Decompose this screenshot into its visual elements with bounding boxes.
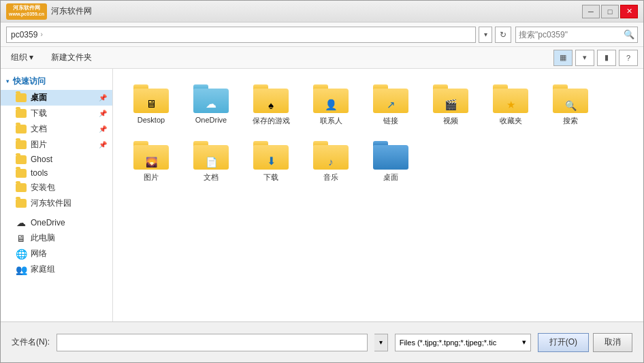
file-item-desktop[interactable]: 🖥 Desktop <box>124 80 178 131</box>
folder-small-icon <box>16 169 27 178</box>
file-item-video[interactable]: 🎬 视频 <box>423 80 478 131</box>
sidebar-pc-label: 此电脑 <box>31 232 55 244</box>
sidebar-item-downloads[interactable]: 下载 📌 <box>1 106 112 121</box>
toolbar-right: ▦ ▾ ▮ ? <box>553 50 638 66</box>
file-label: 下载 <box>263 172 278 183</box>
search-input[interactable] <box>519 30 621 40</box>
folder-small-icon <box>16 199 27 208</box>
action-buttons: 打开(O) 取消 <box>538 333 632 352</box>
close-button[interactable]: ✕ <box>620 5 638 18</box>
pin-icon: 📌 <box>99 110 107 117</box>
sidebar-item-thispc[interactable]: 🖥 此电脑 <box>1 230 112 246</box>
folder-icon-desktop: 🖥 <box>133 84 169 113</box>
sidebar-item-network[interactable]: 🌐 网络 <box>1 246 112 262</box>
file-item-favorites[interactable]: ★ 收藏夹 <box>483 80 538 131</box>
file-label: Desktop <box>138 116 165 124</box>
sidebar-item-homegroup[interactable]: 👥 家庭组 <box>1 262 112 277</box>
search-box[interactable]: 🔍 <box>515 27 638 43</box>
sidebar-item-desktop[interactable]: 桌面 📌 <box>1 90 112 106</box>
folder-icon-downloads: ⬇ <box>253 141 289 170</box>
cancel-button[interactable]: 取消 <box>593 333 632 352</box>
folder-icon-documents: 📄 <box>193 141 229 170</box>
onedrive-icon: ☁ <box>16 217 27 228</box>
minimize-button[interactable]: ─ <box>582 5 600 18</box>
file-item-documents[interactable]: 📄 文档 <box>184 136 238 187</box>
folder-icon-contacts: 👤 <box>313 84 349 113</box>
file-label: 文档 <box>204 172 219 183</box>
quick-access-triangle: ▾ <box>6 78 9 84</box>
help-button[interactable]: ? <box>619 50 638 66</box>
folder-icon-video: 🎬 <box>433 84 468 113</box>
filename-dropdown-button[interactable]: ▾ <box>374 334 388 351</box>
sidebar-item-label: tools <box>31 168 48 178</box>
file-item-desktop2[interactable]: 桌面 <box>364 136 418 187</box>
file-item-pictures[interactable]: 🌄 图片 <box>124 136 178 187</box>
preview-pane-button[interactable]: ▮ <box>597 50 616 66</box>
view-tiles-button[interactable]: ▦ <box>553 50 573 66</box>
toolbar: 组织 ▾ 新建文件夹 ▦ ▾ ▮ ? <box>1 47 643 69</box>
view-dropdown-button[interactable]: ▾ <box>575 50 594 66</box>
open-button[interactable]: 打开(O) <box>538 333 589 352</box>
file-label: 桌面 <box>383 172 398 183</box>
filetype-arrow: ▾ <box>522 338 526 347</box>
filetype-select[interactable]: Files (*.tjpg;*.tpng;*.tjpeg;*.tic ▾ <box>395 334 531 351</box>
search-icon[interactable]: 🔍 <box>624 29 634 40</box>
filename-input[interactable] <box>57 334 368 351</box>
file-item-onedrive[interactable]: ☁ OneDrive <box>184 80 238 131</box>
folder-small-icon <box>16 109 27 118</box>
file-item-contacts[interactable]: 👤 联系人 <box>304 80 358 131</box>
sidebar-item-label: 下载 <box>31 108 47 119</box>
file-item-music[interactable]: ♪ 音乐 <box>304 136 358 187</box>
sidebar-item-label: 图片 <box>31 139 47 151</box>
folder-small-icon <box>16 183 27 192</box>
sidebar-homegroup-label: 家庭组 <box>31 264 55 275</box>
new-folder-button[interactable]: 新建文件夹 <box>46 50 97 65</box>
pin-icon: 📌 <box>99 94 107 101</box>
folder-small-icon <box>16 140 27 149</box>
homegroup-icon: 👥 <box>16 264 27 275</box>
sidebar-item-ghost[interactable]: Ghost <box>1 153 112 166</box>
file-grid: 🖥 Desktop ☁ OneDrive <box>124 80 632 187</box>
file-item-games[interactable]: ♠ 保存的游戏 <box>244 80 298 131</box>
file-label: 搜索 <box>563 116 578 126</box>
sidebar-item-onedrive[interactable]: ☁ OneDrive <box>1 215 112 230</box>
sidebar-item-label: Ghost <box>31 155 52 164</box>
address-bar: pc0359 › ▾ ↻ 🔍 <box>1 22 643 47</box>
path-arrow: › <box>40 31 42 38</box>
file-item-links[interactable]: ↗ 链接 <box>364 80 418 131</box>
file-item-search[interactable]: 🔍 搜索 <box>543 80 598 131</box>
path-text: pc0359 <box>11 30 37 40</box>
sidebar-item-documents[interactable]: 文档 📌 <box>1 121 112 137</box>
folder-icon-search: 🔍 <box>553 84 588 113</box>
title-controls: ─ □ ✕ <box>582 5 638 18</box>
new-folder-label: 新建文件夹 <box>51 52 92 63</box>
file-label: 链接 <box>383 116 398 126</box>
sidebar-item-pictures[interactable]: 图片 📌 <box>1 137 112 153</box>
folder-small-icon <box>16 93 27 102</box>
app-logo: 河东软件网www.pc0359.cn <box>6 3 47 20</box>
file-label: 保存的游戏 <box>253 116 290 126</box>
quick-access-header[interactable]: ▾ 快速访问 <box>1 73 112 90</box>
organize-button[interactable]: 组织 ▾ <box>6 50 38 65</box>
file-label: 视频 <box>443 116 458 126</box>
file-label: OneDrive <box>195 116 227 124</box>
window-title: 河东软件网 <box>51 5 92 17</box>
sidebar-network-label: 网络 <box>31 248 47 259</box>
maximize-button[interactable]: □ <box>601 5 619 18</box>
address-dropdown-button[interactable]: ▾ <box>479 27 492 43</box>
quick-access-label: 快速访问 <box>13 76 46 87</box>
filename-label: 文件名(N): <box>12 336 50 348</box>
refresh-button[interactable]: ↻ <box>495 27 511 43</box>
sidebar: ▾ 快速访问 桌面 📌 下载 📌 文档 📌 图片 📌 <box>1 69 113 321</box>
file-label: 图片 <box>144 172 159 183</box>
sidebar-item-hedong[interactable]: 河东软件园 <box>1 195 112 211</box>
main-window: 河东软件网www.pc0359.cn 河东软件网 ─ □ ✕ pc0359 › … <box>0 0 644 363</box>
title-bar-left: 河东软件网www.pc0359.cn 河东软件网 <box>6 3 92 20</box>
file-item-downloads[interactable]: ⬇ 下载 <box>244 136 298 187</box>
file-label: 联系人 <box>320 116 342 126</box>
sidebar-item-packages[interactable]: 安装包 <box>1 180 112 195</box>
sidebar-item-label: 安装包 <box>31 182 55 193</box>
sidebar-item-tools[interactable]: tools <box>1 166 112 180</box>
address-path-input[interactable]: pc0359 › <box>6 27 476 43</box>
folder-icon-games: ♠ <box>253 84 289 113</box>
